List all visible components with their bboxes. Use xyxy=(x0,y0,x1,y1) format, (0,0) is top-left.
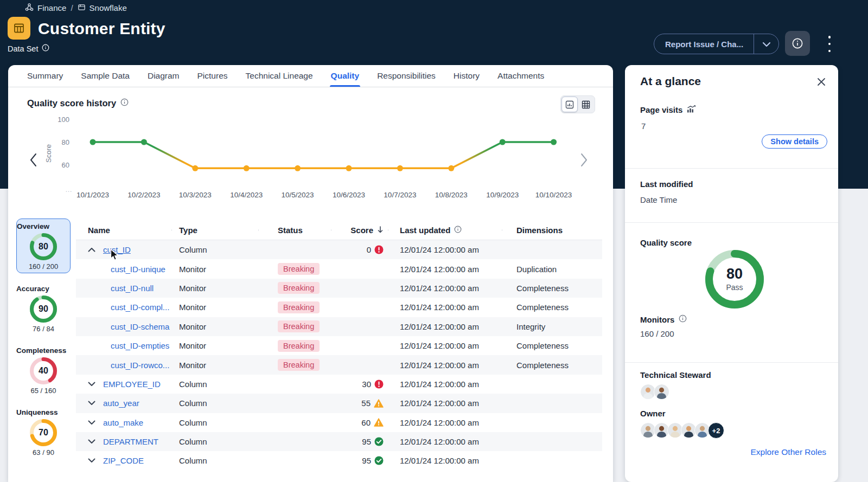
tab-sample-data[interactable]: Sample Data xyxy=(81,65,130,87)
expand-row-icon[interactable] xyxy=(88,439,95,444)
info-icon[interactable] xyxy=(42,44,49,53)
table-row-cust_ID-unique[interactable]: cust_ID-unique Monitor Breaking 12/01/24… xyxy=(76,259,602,278)
svg-text:60: 60 xyxy=(62,161,69,169)
chart-table-toggle xyxy=(560,95,595,113)
gauge-fraction: 160 / 200 xyxy=(17,262,70,271)
breadcrumb-source[interactable]: Snowflake xyxy=(78,3,127,13)
table-row-auto_year[interactable]: auto_year Column 55 12/01/24 12:00:00 am xyxy=(76,394,602,413)
asset-link[interactable]: auto_make xyxy=(103,418,143,427)
asset-link[interactable]: cust_ID-compl... xyxy=(111,303,169,312)
column-header-dimensions[interactable]: Dimensions xyxy=(502,226,602,235)
chart-view-button[interactable] xyxy=(561,97,578,112)
status-cell: Breaking xyxy=(258,340,331,352)
table-row-cust_ID-compl[interactable]: cust_ID-compl... Monitor Breaking 12/01/… xyxy=(76,298,602,317)
tab-pictures[interactable]: Pictures xyxy=(197,65,228,87)
info-icon[interactable] xyxy=(454,226,462,235)
type-cell: Monitor xyxy=(171,265,258,274)
gauge-label: Overview xyxy=(17,222,70,230)
score-cell: 95 xyxy=(331,437,388,446)
collapse-row-icon[interactable] xyxy=(88,247,95,252)
quality-table: Name Type Status Score Last updated xyxy=(76,221,602,471)
table-row-cust_ID[interactable]: cust_ID Column 0 12/01/24 12:00:00 am xyxy=(76,240,602,259)
expand-row-icon[interactable] xyxy=(88,420,95,425)
table-row-cust_ID-null[interactable]: cust_ID-null Monitor Breaking 12/01/24 1… xyxy=(76,279,602,298)
info-icon[interactable] xyxy=(679,314,687,324)
gauge-accuracy[interactable]: Accuracy 90 76 / 84 xyxy=(16,281,71,335)
asset-link[interactable]: auto_year xyxy=(103,399,139,408)
info-icon[interactable] xyxy=(120,98,129,108)
status-badge: Breaking xyxy=(278,282,320,294)
type-cell: Column xyxy=(171,399,258,408)
dimension-cell: Duplication xyxy=(502,265,602,274)
svg-text:10/2/2023: 10/2/2023 xyxy=(127,191,160,199)
svg-text:Score: Score xyxy=(44,144,53,163)
report-issue-caret-button[interactable] xyxy=(754,34,778,54)
tab-summary[interactable]: Summary xyxy=(27,65,63,87)
asset-link[interactable]: cust_ID-rowco... xyxy=(111,361,169,370)
info-button[interactable] xyxy=(785,31,810,56)
svg-text:10/4/2023: 10/4/2023 xyxy=(230,191,263,199)
table-body: cust_ID Column 0 12/01/24 12:00:00 am cu… xyxy=(76,240,602,471)
score-warning-icon xyxy=(374,418,384,427)
table-row-cust_ID-empties[interactable]: cust_ID-empties Monitor Breaking 12/01/2… xyxy=(76,336,602,355)
asset-link[interactable]: ZIP_CODE xyxy=(103,456,144,465)
score-value: 0 xyxy=(367,245,371,254)
column-header-name[interactable]: Name xyxy=(76,226,171,235)
table-row-cust_ID-schema[interactable]: cust_ID-schema Monitor Breaking 12/01/24… xyxy=(76,317,602,336)
data-point xyxy=(500,139,506,145)
last-updated-cell: 12/01/24 12:00:00 am xyxy=(388,380,502,389)
table-row-EMPLOYEE_ID[interactable]: EMPLOYEE_ID Column 30 12/01/24 12:00:00 … xyxy=(76,375,602,394)
tab-technical-lineage[interactable]: Technical Lineage xyxy=(246,65,313,87)
app-root: Finance / Snowflake Customer Entity Data… xyxy=(0,0,868,482)
avatar[interactable] xyxy=(654,384,670,400)
quality-dimension-rail: Overview 80 160 / 200Accuracy 90 76 / 84… xyxy=(16,218,71,467)
gauge-label: Uniqueness xyxy=(16,408,71,416)
dimension-cell: Completeness xyxy=(502,341,602,350)
column-header-last-updated[interactable]: Last updated xyxy=(388,226,502,235)
gauge-fraction: 76 / 84 xyxy=(16,325,71,333)
column-header-type[interactable]: Type xyxy=(171,226,258,235)
column-header-status[interactable]: Status xyxy=(258,226,331,235)
gauge-uniqueness[interactable]: Uniqueness 70 63 / 90 xyxy=(16,405,71,459)
quality-score-history-label: Quality score history xyxy=(27,98,116,108)
tab-quality[interactable]: Quality xyxy=(331,65,360,87)
asset-link[interactable]: EMPLOYEE_ID xyxy=(103,380,161,389)
dataset-type-icon xyxy=(8,17,30,40)
breadcrumb-domain[interactable]: Finance xyxy=(25,3,66,13)
table-row-ZIP_CODE[interactable]: ZIP_CODE Column 95 12/01/24 12:00:00 am xyxy=(76,451,602,470)
report-issue-button[interactable]: Report Issue / Cha... xyxy=(654,34,754,54)
asset-link[interactable]: cust_ID-null xyxy=(111,284,154,293)
type-cell: Monitor xyxy=(171,284,258,293)
column-header-score[interactable]: Score xyxy=(331,226,388,235)
tab-attachments[interactable]: Attachments xyxy=(497,65,544,87)
asset-link[interactable]: cust_ID xyxy=(103,245,131,254)
asset-link[interactable]: DEPARTMENT xyxy=(103,437,158,446)
asset-link[interactable]: cust_ID-unique xyxy=(111,265,165,274)
asset-link[interactable]: cust_ID-schema xyxy=(111,322,169,331)
explore-other-roles-link[interactable]: Explore Other Roles xyxy=(750,447,826,457)
table-row-cust_ID-rowco[interactable]: cust_ID-rowco... Monitor Breaking 12/01/… xyxy=(76,355,602,374)
svg-text:10/8/2023: 10/8/2023 xyxy=(435,191,468,199)
table-row-auto_make[interactable]: auto_make Column 60 12/01/24 12:00:00 am xyxy=(76,413,602,432)
asset-link[interactable]: cust_ID-empties xyxy=(111,341,169,350)
gauge-overview[interactable]: Overview 80 160 / 200 xyxy=(16,218,71,273)
expand-row-icon[interactable] xyxy=(88,382,95,387)
chart-next-icon[interactable] xyxy=(582,154,586,166)
tab-responsibilities[interactable]: Responsibilities xyxy=(377,65,436,87)
show-details-button[interactable]: Show details xyxy=(762,134,827,149)
monitors-value: 160 / 200 xyxy=(640,329,674,338)
tab-diagram[interactable]: Diagram xyxy=(148,65,180,87)
table-row-DEPARTMENT[interactable]: DEPARTMENT Column 95 12/01/24 12:00:00 a… xyxy=(76,432,602,451)
kebab-menu-button[interactable] xyxy=(825,36,834,52)
gauge-completeness[interactable]: Completeness 40 65 / 160 xyxy=(16,343,71,397)
chart-prev-icon[interactable] xyxy=(31,154,36,166)
owner-overflow-badge[interactable]: +2 xyxy=(708,422,724,439)
expand-row-icon[interactable] xyxy=(88,401,95,406)
score-cell: 55 xyxy=(331,399,388,408)
close-icon[interactable] xyxy=(816,77,826,87)
tab-history[interactable]: History xyxy=(454,65,480,87)
table-view-button[interactable] xyxy=(578,97,594,112)
expand-row-icon[interactable] xyxy=(88,458,95,463)
score-warning-icon xyxy=(374,399,384,408)
table-header: Name Type Status Score Last updated xyxy=(76,221,602,240)
